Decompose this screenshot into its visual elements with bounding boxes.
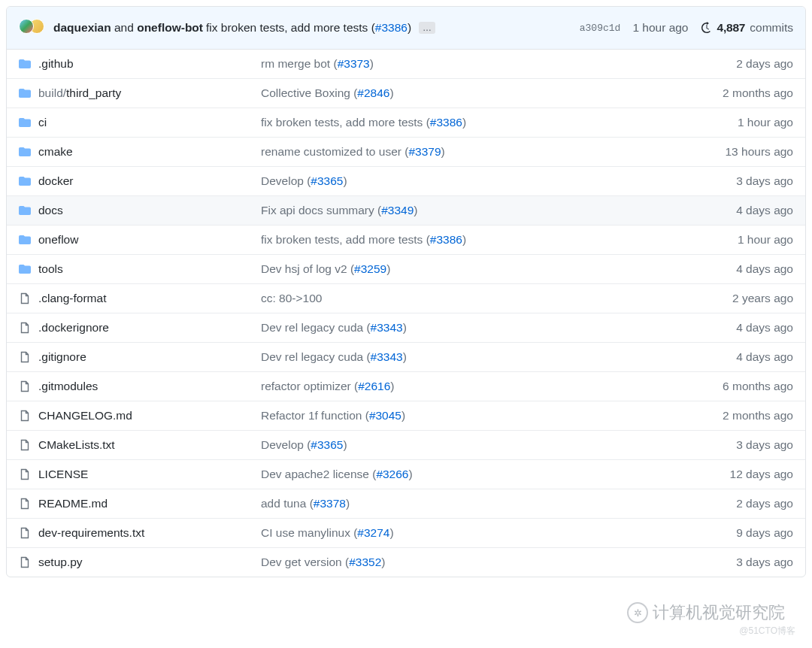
commit-message-link[interactable]: Fix api docs summary (#3349)	[261, 204, 417, 217]
commit-message-link[interactable]: fix broken tests, add more tests (#3386)	[261, 116, 466, 129]
file-name-link[interactable]: CHANGELOG.md	[38, 409, 132, 422]
commit-message-cell: Fix api docs summary (#3349)	[261, 204, 680, 217]
commit-message-cell: Develop (#3365)	[261, 174, 680, 188]
commit-summary: daquexian and oneflow-bot fix broken tes…	[53, 21, 580, 35]
pr-link[interactable]: #3259	[354, 262, 386, 275]
pr-link[interactable]: #3352	[349, 556, 381, 568]
latest-commit-header: daquexian and oneflow-bot fix broken tes…	[7, 7, 805, 50]
commit-message[interactable]: fix broken tests, add more tests (#3386)	[206, 21, 411, 35]
commit-message-link[interactable]: fix broken tests, add more tests (#3386)	[261, 233, 466, 246]
pr-link[interactable]: #3386	[430, 233, 462, 246]
commit-message-text: Fix api docs summary (	[261, 204, 381, 217]
commit-message-link[interactable]: Dev rel legacy cuda (#3343)	[261, 321, 407, 334]
commit-time[interactable]: 1 hour ago	[632, 21, 688, 35]
file-name-link[interactable]: CMakeLists.txt	[38, 438, 115, 451]
commit-time-cell[interactable]: 3 days ago	[680, 438, 793, 452]
file-name-link[interactable]: .gitmodules	[38, 380, 98, 392]
commit-author-link[interactable]: oneflow-bot	[137, 21, 203, 35]
commits-link[interactable]: 4,887 commits	[701, 21, 794, 35]
file-tree-box: daquexian and oneflow-bot fix broken tes…	[6, 6, 806, 577]
file-name-link[interactable]: tools	[38, 262, 63, 275]
commit-time-cell[interactable]: 4 days ago	[680, 350, 793, 364]
commit-time-cell[interactable]: 2 months ago	[680, 86, 793, 100]
file-name-link[interactable]: dev-requirements.txt	[38, 526, 144, 539]
file-name-link[interactable]: docker	[38, 174, 74, 187]
pr-link[interactable]: #3378	[314, 497, 346, 510]
pr-link[interactable]: #3343	[371, 350, 403, 363]
author-joiner: and	[114, 21, 134, 35]
commit-time-cell[interactable]: 13 hours ago	[680, 145, 793, 159]
commit-message-link[interactable]: Develop (#3365)	[261, 174, 347, 187]
commit-message-link[interactable]: add tuna (#3378)	[261, 497, 350, 510]
pr-link[interactable]: #3386	[430, 116, 462, 129]
commit-message-link[interactable]: Dev rel legacy cuda (#3343)	[261, 350, 407, 363]
file-row: CMakeLists.txtDevelop (#3365)3 days ago	[7, 431, 805, 460]
file-row: setup.pyDev get version (#3352)3 days ag…	[7, 548, 805, 577]
pr-link[interactable]: #3266	[376, 468, 408, 480]
commit-message-link[interactable]: Dev apache2 license (#3266)	[261, 468, 413, 480]
file-name-link[interactable]: .github	[38, 57, 74, 70]
commit-time-cell[interactable]: 2 days ago	[680, 497, 793, 510]
commit-message-link[interactable]: cc: 80->100	[261, 292, 322, 304]
file-name-link[interactable]: .gitignore	[38, 350, 86, 363]
commit-time-cell[interactable]: 6 months ago	[680, 380, 793, 393]
file-name-link[interactable]: cmake	[38, 145, 73, 158]
commit-message-link[interactable]: Dev get version (#3352)	[261, 556, 385, 568]
commit-message-cell: Dev apache2 license (#3266)	[261, 468, 680, 481]
commit-time-cell[interactable]: 12 days ago	[680, 468, 793, 481]
commit-message-cell: cc: 80->100	[261, 292, 680, 305]
commit-message-link[interactable]: CI use manylinux (#3274)	[261, 526, 394, 539]
commit-message-link[interactable]: Collective Boxing (#2846)	[261, 86, 394, 99]
commit-message-text: rm merge bot (	[261, 57, 338, 70]
pr-link[interactable]: #3373	[338, 57, 370, 70]
pr-link[interactable]: #3365	[311, 438, 343, 451]
commit-message-link[interactable]: rename customized to user (#3379)	[261, 145, 445, 158]
commit-time-cell[interactable]: 2 days ago	[680, 57, 793, 71]
file-icon	[19, 468, 38, 480]
commits-label: commits	[750, 21, 793, 35]
pr-link[interactable]: #3343	[371, 321, 403, 334]
folder-icon	[19, 263, 38, 275]
file-name-link[interactable]: third_party	[66, 86, 121, 99]
pr-link[interactable]: #2846	[357, 86, 389, 99]
avatar-stack[interactable]	[19, 19, 47, 37]
commit-time-cell[interactable]: 1 hour ago	[680, 116, 793, 129]
commit-time-cell[interactable]: 2 months ago	[680, 409, 793, 422]
pr-link[interactable]: #3274	[357, 526, 389, 539]
commit-time-cell[interactable]: 1 hour ago	[680, 233, 793, 247]
commit-time-cell[interactable]: 4 days ago	[680, 204, 793, 217]
pr-link[interactable]: #3349	[381, 204, 414, 217]
commit-message-link[interactable]: Develop (#3365)	[261, 438, 347, 451]
commit-time-cell[interactable]: 3 days ago	[680, 174, 793, 188]
commit-message-text: add tuna (	[261, 497, 314, 510]
expand-commit-button[interactable]: …	[419, 22, 435, 34]
commit-message-close: )	[462, 233, 466, 246]
commit-message-link[interactable]: rm merge bot (#3373)	[261, 57, 374, 70]
file-name-link[interactable]: README.md	[38, 497, 108, 510]
file-name-cell: README.md	[38, 497, 261, 510]
commit-time-cell[interactable]: 4 days ago	[680, 321, 793, 335]
commit-message-link[interactable]: Refactor 1f function (#3045)	[261, 409, 405, 422]
pr-link[interactable]: #2616	[358, 380, 390, 392]
file-name-link[interactable]: docs	[38, 204, 63, 217]
file-name-link[interactable]: setup.py	[38, 556, 83, 568]
commit-message-link[interactable]: Dev hsj of log v2 (#3259)	[261, 262, 390, 275]
commit-message-text: Dev hsj of log v2 (	[261, 262, 354, 275]
file-name-link[interactable]: .dockerignore	[38, 321, 109, 334]
pr-link[interactable]: #3386	[375, 21, 408, 34]
pr-link[interactable]: #3045	[369, 409, 401, 422]
commit-time-cell[interactable]: 2 years ago	[680, 292, 793, 305]
commit-time-cell[interactable]: 9 days ago	[680, 526, 793, 540]
commit-sha-link[interactable]: a309c1d	[580, 23, 621, 34]
pr-link[interactable]: #3365	[311, 174, 343, 187]
commit-author-link[interactable]: daquexian	[53, 21, 111, 35]
file-name-cell: .github	[38, 57, 261, 71]
commit-message-link[interactable]: refactor optimizer (#2616)	[261, 380, 394, 392]
file-name-link[interactable]: ci	[38, 116, 47, 129]
commit-time-cell[interactable]: 4 days ago	[680, 262, 793, 276]
file-name-link[interactable]: oneflow	[38, 233, 78, 246]
commit-time-cell[interactable]: 3 days ago	[680, 556, 793, 569]
file-name-link[interactable]: LICENSE	[38, 468, 88, 480]
file-name-link[interactable]: .clang-format	[38, 292, 106, 304]
pr-link[interactable]: #3379	[408, 145, 441, 158]
